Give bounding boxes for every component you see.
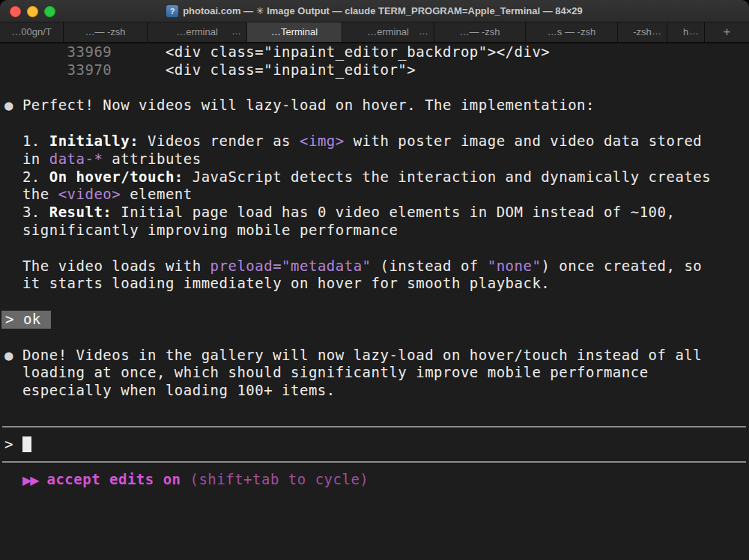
text-segment: attributes [103,150,201,167]
text-segment: <video> [58,186,121,202]
tab-overflow-indicator: … [689,22,699,40]
text-segment: element [121,186,192,202]
text-segment: 2. [4,168,49,185]
text-segment: On hover/touch: [49,168,184,185]
tab-overflow-indicator: … [231,22,241,40]
terminal-body[interactable]: 33969 <div class="inpaint_editor_backdro… [0,43,749,560]
text-segment: preload="metadata" [210,258,372,274]
text-segment: (shift+tab to cycle) [189,471,369,487]
assistant-bullet-icon: ● [4,347,22,363]
minimize-button[interactable] [27,6,38,17]
tab-label: …— -zsh [459,26,500,37]
terminal-line: the <video> element [4,186,749,204]
input-box-top-border [4,418,749,436]
terminal-line [4,115,749,133]
proxy-document-icon: ? [166,5,178,17]
tab-label: …erminal [367,26,409,37]
tab-label: …— -zsh [85,26,125,37]
text-segment: Videos render as [139,133,300,149]
zoom-button[interactable] [44,6,55,17]
text-segment: <img> [300,133,345,149]
accept-edits-icon: ▶▶ [22,473,38,487]
text-segment: 3. [4,204,49,220]
user-message: > ok [1,311,51,329]
tab-bar: …00gn/T…— -zsh…erminal……Terminal…erminal… [0,22,749,43]
user-message-line: > ok [4,311,749,329]
tab-overflow-indicator: … [652,22,661,40]
text-segment: The video loads with [4,258,210,274]
text-segment: in [4,150,49,167]
terminal-line: 33969 <div class="inpaint_editor_backdro… [4,43,749,61]
tab-label: …00gn/T [11,26,51,37]
text-segment: the [4,186,58,202]
terminal-tab[interactable]: …erminal… [148,22,247,42]
terminal-line: in data-* attributes [4,150,749,168]
tab-label: …Terminal [271,26,318,37]
text-segment: accept edits on [46,471,189,487]
window-title: photoai.com — ✳ Image Output — claude TE… [183,5,583,16]
close-button[interactable] [10,6,21,17]
text-segment: data-* [49,150,103,167]
terminal-tab[interactable]: …— -zsh [434,22,526,42]
text-segment: Initially: [49,133,139,149]
text-segment: loading at once, which should significan… [4,364,649,380]
tab-overflow-indicator: … [419,22,428,40]
text-segment: Done! Videos in the gallery will now laz… [22,347,702,363]
terminal-tab-active[interactable]: …Terminal [247,22,342,42]
input-box-bottom-border [4,453,749,471]
text-segment: it starts loading immediately on hover f… [4,275,550,291]
terminal-line [4,400,749,418]
text-segment: Initial page load has 0 video elements i… [112,204,675,220]
text-segment: significantly improving mobile performan… [4,222,398,238]
tab-label: …s — -zsh [548,26,595,37]
text-segment [4,471,22,487]
new-tab-button[interactable]: + [705,22,749,42]
terminal-line: loading at once, which should significan… [4,364,749,382]
terminal-line: ● Done! Videos in the gallery will now l… [4,347,749,365]
assistant-bullet-icon: ● [4,97,22,113]
text-segment: (instead of [372,258,488,274]
terminal-line: 1. Initially: Videos render as <img> wit… [4,133,749,150]
text-segment: ) once created, so [541,258,702,274]
terminal-tab[interactable]: …erminal… [342,22,434,42]
text-segment: <div class="inpaint_editor_backdrop"></d… [112,43,550,60]
title-bar: ? photoai.com — ✳ Image Output — claude … [0,0,749,22]
terminal-tab[interactable]: h… [667,22,705,42]
window-title-group: ? photoai.com — ✳ Image Output — claude … [166,5,583,17]
tab-label: h [683,26,688,37]
text-segment: JavaScript detects the interaction and d… [184,168,711,185]
terminal-line: 3. Result: Initial page load has 0 video… [4,204,749,222]
text-segment: > [4,436,22,452]
terminal-line: 33970 <div class="inpaint_editor"> [4,61,749,79]
tab-label: …erminal [176,26,218,37]
tab-label: -zsh [633,26,652,37]
prompt-input-line[interactable]: > [4,436,749,454]
text-segment [38,471,47,487]
status-line: ▶▶ accept edits on (shift+tab to cycle) [4,471,749,489]
text-segment: 1. [4,133,49,149]
text-segment: <div class="inpaint_editor"> [112,61,416,78]
text-segment: Perfect! Now videos will lazy-load on ho… [22,97,595,113]
text-segment: 33970 [4,61,112,78]
terminal-line [4,240,749,258]
text-segment: with poster image and video data stored [345,133,703,149]
terminal-window: ? photoai.com — ✳ Image Output — claude … [0,0,749,560]
terminal-line: The video loads with preload="metadata" … [4,258,749,276]
traffic-lights [10,0,55,22]
terminal-tab[interactable]: …s — -zsh [526,22,618,42]
terminal-line: ● Perfect! Now videos will lazy-load on … [4,97,749,115]
terminal-tab[interactable]: -zsh… [618,22,667,42]
text-segment: especially when loading 100+ items. [4,382,336,398]
terminal-line [4,329,749,347]
terminal-line: significantly improving mobile performan… [4,222,749,240]
terminal-line [4,293,749,311]
text-cursor [22,436,31,452]
text-segment: Result: [49,204,112,220]
terminal-tab[interactable]: …00gn/T [0,22,64,42]
terminal-line [4,79,749,97]
terminal-tab[interactable]: …— -zsh [64,22,148,42]
terminal-line: especially when loading 100+ items. [4,382,749,400]
terminal-line: it starts loading immediately on hover f… [4,275,749,293]
text-segment: 33969 [4,43,112,60]
text-segment: "none" [488,258,542,274]
